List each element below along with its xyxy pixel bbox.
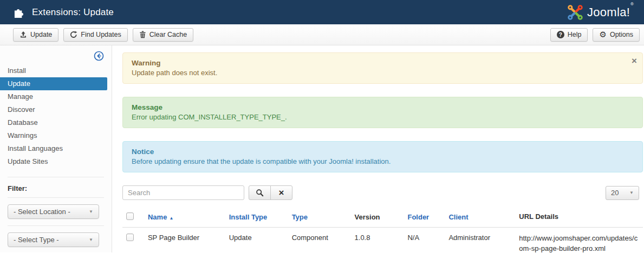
puzzle-icon	[13, 6, 24, 18]
find-updates-button[interactable]: Find Updates	[63, 28, 127, 42]
clear-search-button[interactable]	[270, 185, 292, 200]
alert-message: Message Error updating COM_INSTALLER_TYP…	[122, 97, 643, 128]
select-location-value: - Select Location -	[14, 208, 70, 216]
alert-warning-title: Warning	[132, 59, 626, 67]
options-button[interactable]: Options	[593, 28, 640, 42]
list-limit-dropdown[interactable]: 20	[606, 186, 639, 200]
toolbar: Update Find Updates Clear Cache Help	[0, 24, 644, 45]
joomla-logo-text: Joomla!	[587, 5, 630, 19]
sidebar-item-manage[interactable]: Manage	[0, 90, 107, 103]
select-all-checkbox[interactable]	[126, 212, 134, 220]
cell-version: 1.0.8	[352, 227, 405, 253]
alert-notice-title: Notice	[132, 148, 626, 156]
alert-message-title: Message	[132, 103, 626, 111]
upload-icon	[19, 31, 27, 38]
select-type-value: - Select Type -	[14, 236, 59, 244]
row-checkbox[interactable]	[126, 234, 134, 241]
update-button[interactable]: Update	[13, 28, 58, 42]
refresh-icon	[70, 31, 77, 38]
cell-type: Component	[289, 227, 352, 253]
sidebar-item-update-sites[interactable]: Update Sites	[0, 155, 107, 168]
clear-icon	[279, 189, 284, 197]
sidebar-item-discover[interactable]: Discover	[0, 103, 107, 116]
clear-cache-button-label: Clear Cache	[149, 31, 187, 38]
chevron-down-icon	[89, 237, 93, 242]
clear-cache-button[interactable]: Clear Cache	[133, 28, 193, 42]
search-input[interactable]	[122, 185, 244, 200]
cell-client: Administrator	[446, 227, 516, 253]
update-button-label: Update	[30, 31, 52, 38]
chevron-down-icon	[629, 190, 634, 195]
find-updates-button-label: Find Updates	[81, 31, 121, 38]
column-header-folder[interactable]: Folder	[405, 208, 446, 227]
content-area: Warning Update path does not exist. Mess…	[112, 45, 644, 252]
column-header-client[interactable]: Client	[446, 208, 516, 227]
column-header-url-details: URL Details	[516, 208, 643, 227]
column-header-name[interactable]: Name	[145, 208, 226, 227]
sidebar-item-install[interactable]: Install	[0, 64, 107, 77]
select-type-dropdown[interactable]: - Select Type -	[8, 232, 99, 247]
updates-table: Name Install Type Type Version Folder Cl…	[122, 208, 643, 253]
list-limit-value: 20	[611, 189, 619, 197]
alert-notice: Notice Before updating ensure that the u…	[122, 141, 643, 172]
alert-warning-text: Update path does not exist.	[132, 69, 626, 77]
trash-icon	[139, 31, 146, 38]
column-header-version: Version	[352, 208, 405, 227]
page-title: Extensions: Update	[32, 7, 114, 18]
table-row: SP Page Builder Update Component 1.0.8 N…	[122, 227, 643, 253]
close-icon[interactable]	[632, 56, 637, 65]
extensions-update-page: Extensions: Update Joomla!®	[0, 0, 644, 253]
divider	[8, 197, 104, 198]
help-button[interactable]: Help	[550, 28, 588, 42]
top-navbar: Extensions: Update Joomla!®	[0, 0, 644, 24]
alert-message-text: Error updating COM_INSTALLER_TYPE_TYPE_.	[132, 113, 626, 121]
chevron-down-icon	[89, 209, 93, 214]
divider	[8, 225, 104, 226]
options-button-label: Options	[610, 31, 633, 38]
sidebar-menu: Install Update Manage Discover Database …	[0, 64, 112, 168]
gear-icon	[599, 31, 606, 38]
sidebar-item-update[interactable]: Update	[0, 77, 107, 90]
select-location-dropdown[interactable]: - Select Location -	[8, 204, 99, 219]
sidebar: Install Update Manage Discover Database …	[0, 45, 112, 252]
cell-name: SP Page Builder	[145, 227, 226, 253]
cell-install-type: Update	[226, 227, 289, 253]
column-header-type[interactable]: Type	[289, 208, 352, 227]
table-header-row: Name Install Type Type Version Folder Cl…	[122, 208, 643, 227]
sidebar-item-warnings[interactable]: Warnings	[0, 129, 107, 142]
column-header-install-type[interactable]: Install Type	[226, 208, 289, 227]
sidebar-item-database[interactable]: Database	[0, 116, 107, 129]
search-button[interactable]	[249, 185, 271, 200]
joomla-logo-reg: ®	[630, 2, 634, 6]
sidebar-item-install-languages[interactable]: Install Languages	[0, 142, 107, 155]
list-controls: 20	[122, 185, 643, 200]
joomla-logo-icon	[567, 4, 583, 21]
cell-folder: N/A	[405, 227, 446, 253]
help-icon	[557, 31, 564, 38]
joomla-logo: Joomla!®	[567, 4, 636, 21]
sort-asc-icon	[169, 216, 173, 221]
alert-warning: Warning Update path does not exist.	[122, 52, 643, 84]
help-button-label: Help	[568, 31, 582, 38]
collapse-sidebar-icon[interactable]	[94, 51, 104, 61]
filter-label: Filter:	[8, 177, 104, 197]
search-icon	[256, 189, 264, 197]
cell-url-details: http://www.joomshaper.com/updates/com-sp…	[516, 227, 643, 253]
alert-notice-text: Before updating ensure that the update i…	[132, 157, 626, 165]
